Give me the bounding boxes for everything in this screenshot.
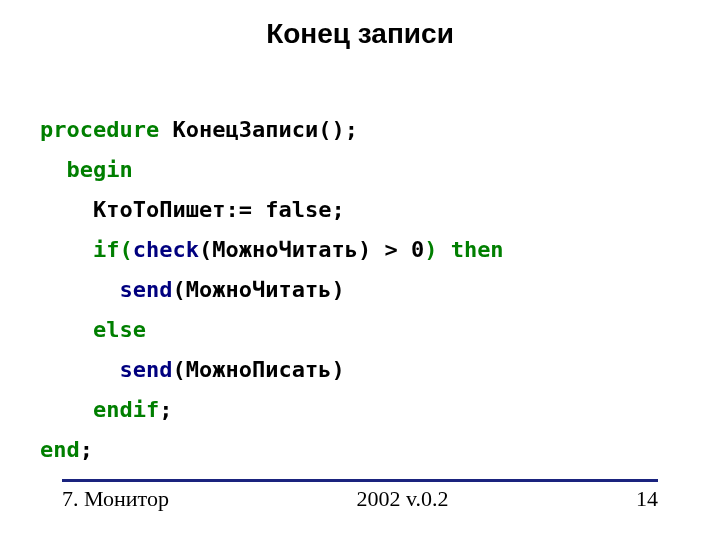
- fn-send-2: send: [119, 357, 172, 382]
- kw-endif: endif: [93, 397, 159, 422]
- proc-name: КонецЗаписи();: [159, 117, 358, 142]
- code-line-6: else: [40, 310, 680, 350]
- arg-2: (МожноПисать): [172, 357, 344, 382]
- semi-1: ;: [159, 397, 172, 422]
- code-line-5: send(МожноЧитать): [40, 270, 680, 310]
- arg-1: (МожноЧитать): [172, 277, 344, 302]
- footer-left: 7. Монитор: [62, 486, 169, 512]
- code-line-2: begin: [40, 150, 680, 190]
- code-line-9: end;: [40, 430, 680, 470]
- sym-rparen: ): [424, 237, 437, 262]
- kw-if: if: [93, 237, 120, 262]
- footer: 7. Монитор 2002 v.0.2 14: [62, 479, 658, 512]
- code-line-1: procedure КонецЗаписи();: [40, 110, 680, 150]
- semi-2: ;: [80, 437, 93, 462]
- kw-begin: begin: [67, 157, 133, 182]
- kw-procedure: procedure: [40, 117, 159, 142]
- kw-then: then: [437, 237, 503, 262]
- kw-else: else: [93, 317, 146, 342]
- sym-lparen: (: [119, 237, 132, 262]
- footer-row: 7. Монитор 2002 v.0.2 14: [62, 486, 658, 512]
- cond-mid: (МожноЧитать) > 0: [199, 237, 424, 262]
- slide: Конец записи procedure КонецЗаписи(); be…: [0, 0, 720, 540]
- slide-title: Конец записи: [0, 18, 720, 50]
- code-line-3: КтоТоПишет:= false;: [40, 190, 680, 230]
- footer-divider: [62, 479, 658, 482]
- code-line-4: if(check(МожноЧитать) > 0) then: [40, 230, 680, 270]
- code-block: procedure КонецЗаписи(); begin КтоТоПише…: [40, 110, 680, 470]
- code-line-8: endif;: [40, 390, 680, 430]
- stmt-assign: КтоТоПишет:= false;: [93, 197, 345, 222]
- kw-end: end: [40, 437, 80, 462]
- footer-mid: 2002 v.0.2: [356, 486, 448, 512]
- fn-send-1: send: [119, 277, 172, 302]
- slide-number: 14: [636, 486, 658, 512]
- code-line-7: send(МожноПисать): [40, 350, 680, 390]
- fn-check: check: [133, 237, 199, 262]
